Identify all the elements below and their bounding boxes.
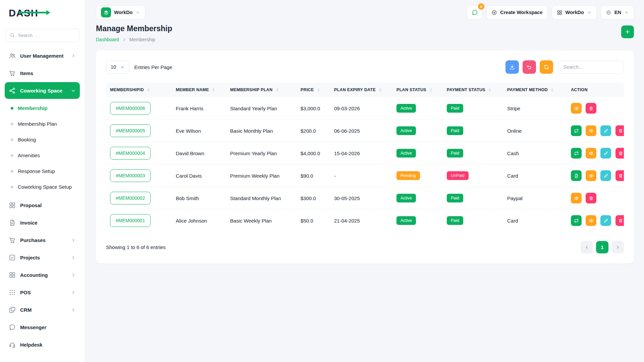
plan-status-badge: Active: [396, 104, 416, 113]
membership-id-badge[interactable]: #MEM000002: [110, 192, 151, 204]
sidebar-subitem-membership[interactable]: Membership: [5, 100, 80, 116]
eye-icon: [574, 196, 579, 201]
view-button[interactable]: [571, 193, 582, 203]
membership-id-badge[interactable]: #MEM000005: [110, 124, 151, 137]
showing-entries-text: Showing 1 to 6 of 6 entries: [106, 244, 166, 250]
delete-button[interactable]: [615, 170, 624, 181]
coworking-space-submenu: Membership Membership Plan Booking Ameni…: [5, 100, 80, 196]
grid-icon: [557, 10, 562, 15]
sidebar-subitem-response-setup[interactable]: Response Setup: [5, 163, 80, 179]
sidebar-subitem-coworking-space-setup[interactable]: Coworking Space Setup: [5, 179, 80, 195]
sidebar-subitem-label: Coworking Space Setup: [18, 184, 72, 190]
sort-icon[interactable]: [146, 88, 151, 92]
column-header-member-name[interactable]: MEMBER NAME: [172, 82, 226, 97]
column-header-payment-status[interactable]: PAYMENT STATUS: [443, 82, 503, 97]
sidebar-item-projects[interactable]: Projects: [5, 249, 80, 266]
view-button[interactable]: [586, 170, 596, 181]
renew-button[interactable]: [571, 148, 582, 159]
sidebar-item-accounting[interactable]: Accounting: [5, 266, 80, 283]
pagination-page-1[interactable]: 1: [596, 241, 608, 253]
table-row: #MEM000005 Eve Wilson Basic Monthly Plan…: [106, 120, 624, 142]
delete-button[interactable]: [586, 193, 596, 203]
sidebar-item-user-management[interactable]: User Management: [5, 47, 80, 64]
payment-method-cell: Card: [503, 165, 567, 187]
view-button[interactable]: [586, 215, 596, 226]
add-membership-button[interactable]: [621, 25, 634, 38]
language-selector[interactable]: EN: [601, 5, 634, 19]
sidebar-subitem-booking[interactable]: Booking: [5, 132, 80, 147]
sort-icon[interactable]: [211, 88, 216, 92]
sidebar-item-pos[interactable]: POS: [5, 284, 80, 301]
edit-button[interactable]: [600, 170, 611, 181]
invoice-button[interactable]: [571, 170, 582, 181]
workspace-switcher-button[interactable]: WorkDo: [96, 5, 145, 19]
plus-icon: [625, 29, 631, 35]
edit-button[interactable]: [600, 125, 611, 136]
app-logo[interactable]: DASH: [5, 7, 80, 20]
sidebar-item-proposal[interactable]: Proposal: [5, 197, 80, 214]
delete-button[interactable]: [586, 103, 596, 114]
payment-status-badge: Paid: [447, 104, 463, 113]
edit-button[interactable]: [600, 148, 611, 159]
grid-icon: [9, 202, 16, 209]
membership-plan-cell: Basic Weekly Plan: [226, 209, 297, 232]
view-button[interactable]: [586, 125, 596, 136]
sort-icon[interactable]: [488, 88, 492, 92]
sidebar-item-crm[interactable]: CRM: [5, 301, 80, 318]
entries-per-page-select[interactable]: 10: [106, 60, 129, 74]
view-button[interactable]: [586, 148, 596, 159]
messages-button[interactable]: 0: [467, 5, 482, 19]
delete-button[interactable]: [615, 125, 624, 136]
membership-plan-cell: Basic Monthly Plan: [226, 120, 297, 142]
delete-button[interactable]: [615, 148, 624, 159]
column-header-membershipid[interactable]: MEMBERSHIPID: [106, 82, 172, 97]
create-workspace-button[interactable]: Create Workspace: [486, 5, 547, 19]
sidebar-search-input[interactable]: [18, 33, 75, 38]
renew-button[interactable]: [571, 125, 582, 136]
bullet-icon: [11, 154, 13, 157]
pagination-prev-button[interactable]: [581, 241, 593, 253]
sort-icon[interactable]: [316, 88, 321, 92]
app-menu-button[interactable]: WorkDo: [552, 5, 597, 19]
refresh-button[interactable]: [540, 60, 553, 74]
column-header-plan-status[interactable]: PLAN STATUS: [392, 82, 443, 97]
sidebar-item-invoice[interactable]: Invoice: [5, 214, 80, 231]
plan-status-badge: Active: [396, 149, 416, 158]
sidebar-item-messenger[interactable]: Messenger: [5, 319, 80, 336]
renew-button[interactable]: [571, 215, 582, 226]
sidebar-item-label: Coworking Space: [20, 88, 62, 94]
column-header-price[interactable]: PRICE: [297, 82, 330, 97]
check-square-icon: [9, 254, 16, 261]
main-area: WorkDo 0 Create Workspace WorkDo: [85, 0, 644, 362]
sidebar-subitem-membership-plan[interactable]: Membership Plan: [5, 116, 80, 132]
sort-icon[interactable]: [550, 88, 554, 92]
chevron-right-icon: [71, 307, 76, 312]
edit-button[interactable]: [600, 215, 611, 226]
sidebar-item-coworking-space[interactable]: Coworking Space: [5, 82, 80, 99]
column-header-membership-plan[interactable]: MEMBERSHIP PLAN: [226, 82, 297, 97]
column-header-payment-method[interactable]: PAYMENT METHOD: [503, 82, 567, 97]
sidebar-item-purchases[interactable]: Purchases: [5, 232, 80, 248]
eye-icon: [589, 151, 594, 156]
membership-id-badge[interactable]: #MEM000006: [110, 102, 151, 115]
sort-icon[interactable]: [429, 88, 433, 92]
export-button[interactable]: [505, 60, 519, 74]
view-button[interactable]: [571, 103, 582, 114]
dash-logo: DASH: [9, 7, 50, 19]
sort-icon[interactable]: [378, 88, 382, 92]
reset-button[interactable]: [523, 60, 536, 74]
sidebar-item-helpdesk[interactable]: Helpdesk: [5, 336, 80, 353]
membership-id-badge[interactable]: #MEM000004: [110, 147, 151, 160]
sort-icon[interactable]: [275, 88, 279, 92]
breadcrumb-dashboard-link[interactable]: Dashboard: [96, 37, 119, 42]
table-search-input[interactable]: [558, 60, 624, 74]
column-header-plan-expiry-date[interactable]: PLAN EXPIRY DATE: [330, 82, 392, 97]
membership-id-badge[interactable]: #MEM000001: [110, 214, 151, 227]
member-name-cell: Frank Harris: [172, 97, 226, 120]
sidebar-subitem-amenities[interactable]: Amenities: [5, 147, 80, 163]
delete-button[interactable]: [615, 215, 624, 226]
payment-method-cell: Online: [503, 120, 567, 142]
sidebar-item-items[interactable]: Items: [5, 65, 80, 81]
membership-id-badge[interactable]: #MEM000003: [110, 169, 151, 182]
pagination-next-button[interactable]: [611, 241, 624, 253]
